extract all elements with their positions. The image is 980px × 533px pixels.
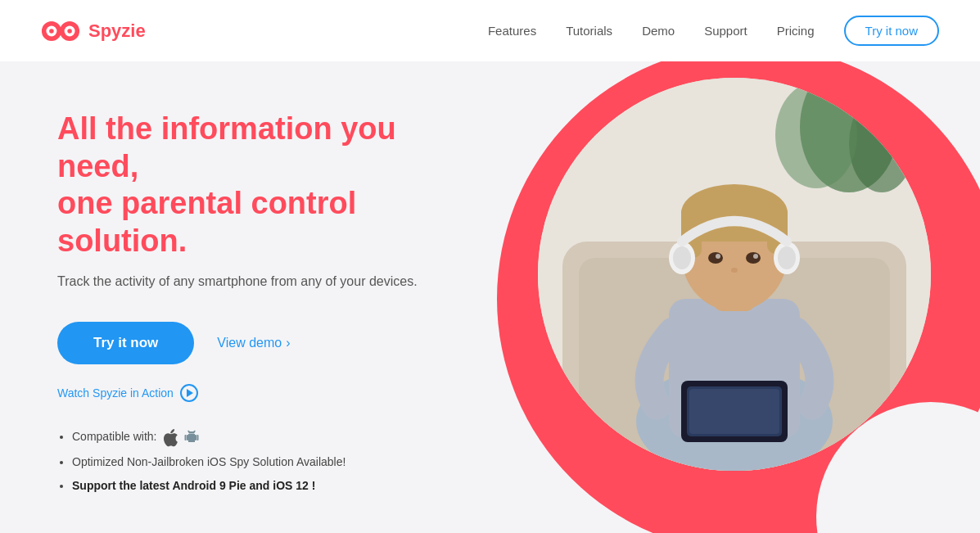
hero-illustration — [538, 78, 931, 471]
nav-features[interactable]: Features — [488, 24, 536, 38]
nav-try-button[interactable]: Try it now — [844, 16, 939, 46]
svg-point-30 — [673, 246, 691, 269]
hero-left: All the information you need, one parent… — [0, 61, 475, 533]
compat-item-1: Compatible with: — [72, 428, 475, 446]
header: Spyzie Features Tutorials Demo Support P… — [0, 0, 980, 61]
hero-try-button[interactable]: Try it now — [57, 322, 194, 364]
compat-item-2: Optimized Non-Jailbroken iOS Spy Solutio… — [72, 454, 475, 471]
svg-point-25 — [716, 254, 720, 259]
hero-subheadline: Track the activity of any smartphone fro… — [57, 274, 475, 289]
svg-point-31 — [778, 246, 796, 269]
nav-tutorials[interactable]: Tutorials — [566, 24, 612, 38]
play-triangle — [187, 389, 193, 397]
svg-point-27 — [731, 268, 738, 273]
android-icon — [183, 429, 201, 447]
nav-pricing[interactable]: Pricing — [777, 24, 815, 38]
compat-icons — [163, 429, 201, 447]
svg-point-5 — [67, 29, 72, 34]
svg-point-26 — [753, 254, 758, 259]
svg-point-23 — [708, 252, 723, 264]
compat-list: Compatible with: Optimized Non-Jailbroke… — [57, 428, 475, 494]
hero-headline: All the information you need, one parent… — [57, 111, 475, 260]
play-icon — [180, 384, 198, 402]
logo-icon — [41, 18, 80, 44]
view-demo-link[interactable]: View demo › — [217, 336, 290, 350]
main-content: All the information you need, one parent… — [0, 61, 980, 533]
apple-icon — [163, 429, 178, 447]
chevron-right-icon: › — [286, 336, 290, 350]
main-nav: Features Tutorials Demo Support Pricing … — [488, 16, 939, 46]
svg-point-4 — [49, 29, 54, 34]
logo-text: Spyzie — [88, 20, 146, 42]
svg-rect-16 — [689, 389, 779, 434]
watch-spyzie-link[interactable]: Watch Spyzie in Action — [57, 384, 475, 402]
logo-area: Spyzie — [41, 18, 146, 44]
nav-support[interactable]: Support — [704, 24, 747, 38]
svg-point-24 — [746, 252, 761, 264]
hero-right — [423, 61, 980, 533]
nav-demo[interactable]: Demo — [642, 24, 675, 38]
cta-row: Try it now View demo › — [57, 322, 475, 364]
compat-item-3: Support the latest Android 9 Pie and iOS… — [72, 477, 475, 495]
hero-image-circle — [538, 78, 931, 471]
